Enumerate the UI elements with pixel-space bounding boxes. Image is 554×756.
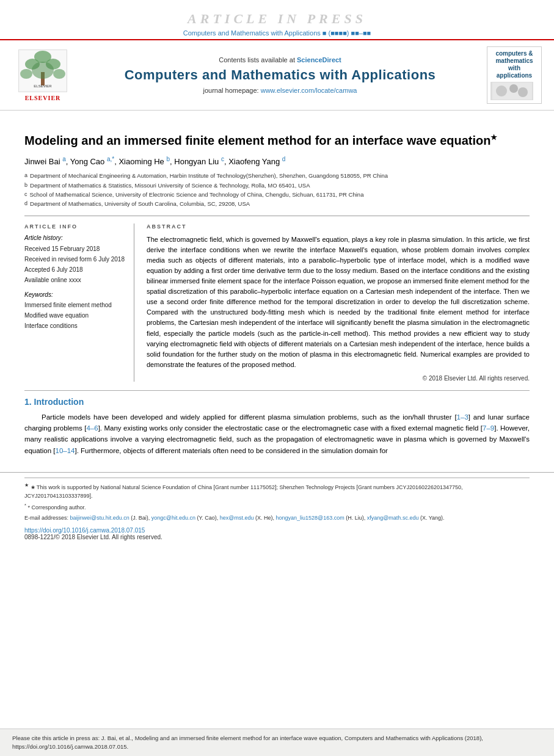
keyword-1: Immersed finite element method xyxy=(24,300,125,310)
svg-point-12 xyxy=(518,87,528,97)
aip-banner-text: ARTICLE IN PRESS xyxy=(188,11,366,26)
article-info-col: ARTICLE INFO Article history: Received 1… xyxy=(24,224,134,382)
section-divider xyxy=(24,390,530,391)
footnote-star: ★ ★ This work is supported by National N… xyxy=(24,482,530,500)
cite-bar-text: Please cite this article in press as: J.… xyxy=(12,735,483,750)
keyword-2: Modified wave equation xyxy=(24,310,125,321)
sciencedirect-line: Contents lists available at ScienceDirec… xyxy=(219,56,341,64)
page: ARTICLE IN PRESS Computers and Mathemati… xyxy=(0,0,554,756)
ref-link-10-14[interactable]: 10–14 xyxy=(56,447,75,454)
received-date: Received 15 February 2018 xyxy=(24,244,125,254)
affil-b-text: Department of Mathematics & Statistics, … xyxy=(30,181,310,190)
ref-link-4-6[interactable]: 4–6 xyxy=(86,424,98,432)
affil-b: b Department of Mathematics & Statistics… xyxy=(24,181,530,190)
author-bai: Jinwei Bai a, xyxy=(24,157,70,166)
two-column-section: ARTICLE INFO Article history: Received 1… xyxy=(24,216,530,382)
article-info-heading: ARTICLE INFO xyxy=(24,224,125,230)
aip-journal-ref: Computers and Mathematics with Applicati… xyxy=(183,29,371,37)
keywords-list: Immersed finite element method Modified … xyxy=(24,300,125,331)
elsevier-tree-image: ELSEVIER xyxy=(18,49,67,92)
homepage-url[interactable]: www.elsevier.com/locate/camwa xyxy=(261,87,357,94)
authors-line: Jinwei Bai a, Yong Cao a,*, Xiaoming He … xyxy=(24,156,530,166)
email-bai[interactable]: baijinwei@stu.hit.edu.cn xyxy=(70,515,129,521)
svg-point-7 xyxy=(32,62,54,79)
keywords-section: Keywords: Immersed finite element method… xyxy=(24,291,125,331)
sciencedirect-link[interactable]: ScienceDirect xyxy=(297,56,341,64)
email-label: E-mail addresses: xyxy=(24,515,70,521)
svg-point-10 xyxy=(496,85,507,96)
journal-title-header: Computers and Mathematics with Applicati… xyxy=(125,67,436,83)
article-content: Modeling and an immersed finite element … xyxy=(0,111,554,467)
footnotes-area: ★ ★ This work is supported by National N… xyxy=(0,472,554,525)
issn-line: 0898-1221/© 2018 Elsevier Ltd. All right… xyxy=(24,534,530,540)
title-footnote: ★ xyxy=(490,133,497,142)
intro-para-1: Particle models have been developed and … xyxy=(24,412,530,457)
footnote-emails: E-mail addresses: baijinwei@stu.hit.edu.… xyxy=(24,514,530,523)
abstract-col: ABSTRACT The electromagnetic field, whic… xyxy=(147,224,530,382)
affiliations: a Department of Mechanical Engineering &… xyxy=(24,171,530,208)
aip-journal-line: Computers and Mathematics with Applicati… xyxy=(0,29,554,37)
svg-point-4 xyxy=(20,69,32,79)
copyright-line: © 2018 Elsevier Ltd. All rights reserved… xyxy=(147,375,530,382)
section-introduction: 1. Introduction Particle models have bee… xyxy=(24,397,530,457)
author-cao: Yong Cao a,*, xyxy=(70,157,119,166)
abstract-heading: ABSTRACT xyxy=(147,224,530,230)
email-yang[interactable]: xfyang@math.sc.edu xyxy=(367,515,419,521)
article-history-items: Received 15 February 2018 Received in re… xyxy=(24,244,125,285)
computers-logo-inner: computers & mathematics with application… xyxy=(490,50,538,100)
available-date: Available online xxxx xyxy=(24,275,125,285)
article-title: Modeling and an immersed finite element … xyxy=(24,133,530,148)
email-cao[interactable]: yongc@hit.edu.cn xyxy=(151,515,195,521)
svg-point-5 xyxy=(53,69,65,79)
elsevier-text: ELSEVIER xyxy=(25,95,61,101)
section-number: 1. xyxy=(24,397,32,407)
aip-banner: ARTICLE IN PRESS xyxy=(0,0,554,29)
article-history-title: Article history: xyxy=(24,234,125,241)
computers-logo-box: computers & mathematics with application… xyxy=(487,46,542,104)
affil-d-text: Department of Mathematics, University of… xyxy=(30,199,250,208)
journal-homepage-line: journal homepage: www.elsevier.com/locat… xyxy=(203,87,357,94)
section-1-title: 1. Introduction xyxy=(24,397,530,407)
keyword-3: Interface conditions xyxy=(24,321,125,331)
corresponding-note-text: * Corresponding author. xyxy=(27,504,86,511)
footnote-corresponding: * * Corresponding author. xyxy=(24,502,530,512)
revised-date: Received in revised form 6 July 2018 xyxy=(24,254,125,264)
ref-link-1-3[interactable]: 1–3 xyxy=(457,413,468,421)
elsevier-logo-area: ELSEVIER ELSEVIER xyxy=(12,46,73,104)
article-title-text: Modeling and an immersed finite element … xyxy=(24,134,490,147)
accepted-date: Accepted 6 July 2018 xyxy=(24,264,125,275)
affil-a: a Department of Mechanical Engineering &… xyxy=(24,171,530,180)
footnote-star-text: ★ This work is supported by National Nat… xyxy=(24,484,463,499)
homepage-label: journal homepage: xyxy=(203,87,261,94)
journal-header-center: Contents lists available at ScienceDirec… xyxy=(83,46,477,104)
affil-d: d Department of Mathematics, University … xyxy=(24,199,530,208)
author-he: Xiaoming He b, xyxy=(118,157,174,166)
ref-link-7-9[interactable]: 7–9 xyxy=(483,424,494,432)
section-title-text: Introduction xyxy=(34,397,84,407)
doi-link[interactable]: https://doi.org/10.1016/j.camwa.2018.07.… xyxy=(24,527,145,534)
affil-c: c School of Mathematical Science, Univer… xyxy=(24,190,530,199)
svg-text:ELSEVIER: ELSEVIER xyxy=(34,84,52,88)
cite-bar: Please cite this article in press as: J.… xyxy=(0,729,554,757)
email-he[interactable]: hex@mst.edu xyxy=(220,515,254,521)
doi-section: https://doi.org/10.1016/j.camwa.2018.07.… xyxy=(0,525,554,543)
keywords-title: Keywords: xyxy=(24,291,125,298)
sciencedirect-label: Contents lists available at xyxy=(219,56,297,64)
email-liu[interactable]: hongyan_liu1528@163.com xyxy=(275,515,344,521)
author-liu: Hongyan Liu c, xyxy=(174,157,228,166)
author-yang: Xiaofeng Yang d xyxy=(228,157,285,166)
svg-point-11 xyxy=(509,84,518,93)
journal-header: ELSEVIER ELSEVIER Contents lists availab… xyxy=(0,39,554,111)
affil-a-text: Department of Mechanical Engineering & A… xyxy=(30,171,388,180)
affil-c-text: School of Mathematical Science, Universi… xyxy=(30,190,364,199)
abstract-text: The electromagnetic field, which is gove… xyxy=(147,234,530,370)
